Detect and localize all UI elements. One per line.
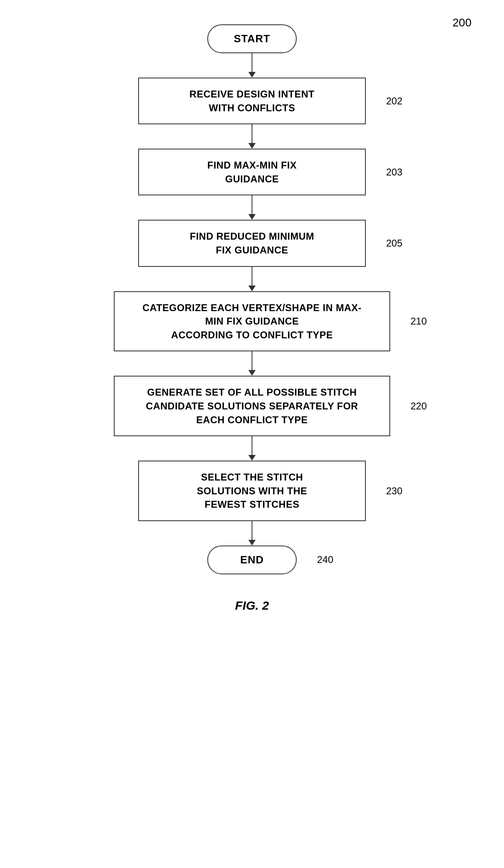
node-202: RECEIVE DESIGN INTENTWITH CONFLICTS	[138, 78, 366, 124]
arrow-2	[248, 124, 256, 149]
arrow-line	[252, 267, 253, 286]
arrowhead	[248, 455, 256, 461]
arrow-line	[252, 53, 253, 72]
node-230: SELECT THE STITCHSOLUTIONS WITH THEFEWES…	[138, 461, 366, 521]
node-230-container: SELECT THE STITCHSOLUTIONS WITH THEFEWES…	[138, 461, 366, 521]
arrow-line	[252, 351, 253, 370]
arrowhead	[248, 370, 256, 376]
arrow-5	[248, 351, 256, 376]
node-210-container: CATEGORIZE EACH VERTEX/SHAPE IN MAX-MIN …	[114, 291, 390, 352]
node-205-container: FIND REDUCED MINIMUMFIX GUIDANCE 205	[138, 220, 366, 266]
node-205: FIND REDUCED MINIMUMFIX GUIDANCE	[138, 220, 366, 266]
arrow-6	[248, 436, 256, 461]
flowchart: START RECEIVE DESIGN INTENTWITH CONFLICT…	[0, 24, 504, 574]
arrowhead	[248, 214, 256, 220]
label-230: 230	[386, 485, 402, 497]
node-220: GENERATE SET OF ALL POSSIBLE STITCHCANDI…	[114, 376, 390, 436]
label-205: 205	[386, 238, 402, 249]
label-203: 203	[386, 167, 402, 178]
arrow-line	[252, 124, 253, 143]
arrowhead	[248, 540, 256, 545]
end-box: END	[207, 545, 297, 574]
arrow-7	[248, 521, 256, 545]
label-202: 202	[386, 95, 402, 107]
node-210: CATEGORIZE EACH VERTEX/SHAPE IN MAX-MIN …	[114, 291, 390, 352]
figure-caption: FIG. 2	[235, 599, 269, 613]
arrow-1	[248, 53, 256, 78]
end-node-container: END 240	[207, 545, 297, 574]
start-node: START	[207, 24, 297, 53]
node-203: FIND MAX-MIN FIXGUIDANCE	[138, 149, 366, 195]
arrowhead	[248, 143, 256, 149]
arrowhead	[248, 286, 256, 291]
label-210: 210	[411, 316, 427, 327]
node-220-container: GENERATE SET OF ALL POSSIBLE STITCHCANDI…	[114, 376, 390, 436]
arrow-line	[252, 521, 253, 540]
arrow-line	[252, 436, 253, 455]
arrow-4	[248, 267, 256, 291]
diagram-container: 200 START RECEIVE DESIGN INTENTWITH CONF…	[0, 0, 504, 868]
arrowhead	[248, 72, 256, 78]
label-220: 220	[411, 400, 427, 412]
node-202-container: RECEIVE DESIGN INTENTWITH CONFLICTS 202	[138, 78, 366, 124]
label-240: 240	[317, 554, 333, 565]
start-box: START	[207, 24, 297, 53]
node-203-container: FIND MAX-MIN FIXGUIDANCE 203	[138, 149, 366, 195]
arrow-3	[248, 195, 256, 220]
arrow-line	[252, 195, 253, 214]
